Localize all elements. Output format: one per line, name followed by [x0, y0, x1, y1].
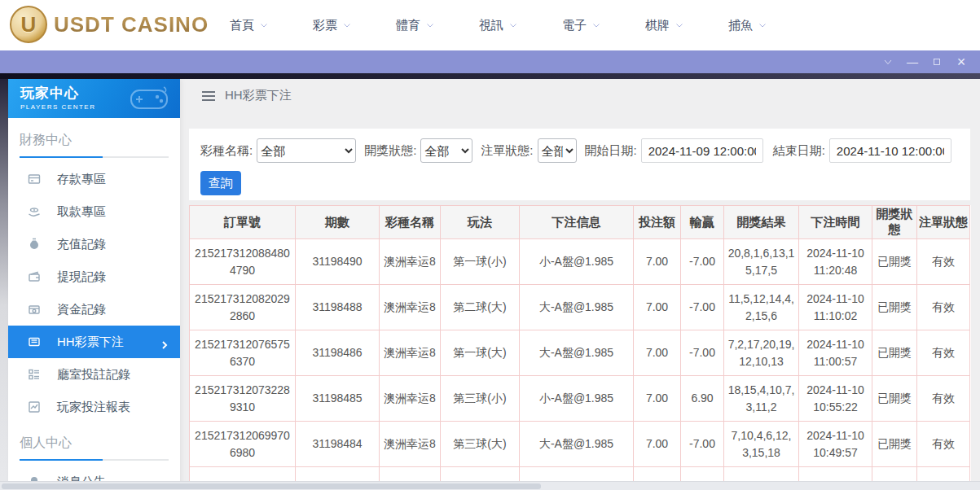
sidebar-item-recharge-record[interactable]: 充值記錄 — [8, 228, 180, 260]
sidebar-item-label: 玩家投注報表 — [57, 400, 130, 415]
table-cell: 有效 — [917, 285, 970, 330]
lottery-type-select[interactable]: 全部 — [257, 138, 356, 163]
sidebar-section-finance: 財務中心 — [8, 118, 180, 158]
col-win-loss: 輸贏 — [681, 206, 724, 239]
sidebar-section-personal: 個人中心 — [8, 423, 180, 461]
col-bet-info: 下注信息 — [520, 206, 634, 239]
table-cell — [724, 467, 799, 482]
sidebar-item-withdraw[interactable]: 取款專區 — [8, 195, 180, 228]
table-cell: 第一球(大) — [441, 330, 520, 376]
table-cell: 澳洲幸运8 — [380, 239, 441, 285]
maximize-button[interactable] — [925, 50, 949, 73]
deposit-card-icon — [28, 173, 41, 186]
col-bet-status: 注單狀態 — [917, 206, 970, 239]
sidebar-item-hh-lottery[interactable]: HH彩票下注 — [8, 326, 180, 358]
logo-coin-icon: U — [10, 6, 47, 43]
table-cell: 11,5,12,14,4,2,15,6 — [724, 285, 799, 330]
start-date-label: 開始日期: — [585, 143, 637, 159]
list-record-icon — [28, 368, 41, 381]
table-cell — [799, 467, 872, 482]
table-cell: 2024-11-10 11:20:48 — [799, 239, 872, 285]
decorative-left-strip — [0, 79, 8, 490]
table-cell — [681, 467, 724, 482]
bets-table: 訂單號 期數 彩種名稱 玩法 下注信息 投注額 輸贏 開獎結果 下注時間 開獎狀… — [189, 205, 970, 481]
table-row: 215217312088480479031198490澳洲幸运8第一球(小)小-… — [190, 239, 970, 285]
nav-item-home[interactable]: 首頁 — [230, 18, 269, 33]
logo-letter: U — [21, 12, 37, 37]
sidebar-header: 玩家中心 PLAYERS CENTER — [8, 79, 180, 118]
chevron-down-icon — [675, 20, 684, 30]
table-cell: 7,2,17,20,19,12,10,13 — [724, 330, 799, 376]
nav-item-fishing[interactable]: 捕魚 — [728, 18, 767, 33]
table-cell: 7.00 — [634, 239, 681, 285]
lottery-type-label: 彩種名稱: — [200, 143, 253, 159]
maximize-icon — [932, 57, 942, 67]
query-button[interactable]: 查詢 — [200, 171, 241, 195]
nav-item-label: 捕魚 — [728, 18, 753, 33]
sidebar-item-deposit[interactable]: 存款專區 — [8, 163, 180, 195]
table-cell: 已開獎 — [872, 330, 917, 376]
nav-item-lottery[interactable]: 彩票 — [313, 18, 352, 33]
nav-item-sports[interactable]: 體育 — [396, 18, 435, 33]
col-draw-status: 開獎狀態 — [872, 206, 917, 239]
chevron-down-icon — [591, 20, 601, 30]
chevron-down-icon — [259, 20, 269, 30]
table-cell: 2024-11-10 10:55:22 — [799, 376, 872, 422]
horizontal-scrollbar-thumb[interactable] — [2, 483, 541, 489]
table-cell: 已開獎 — [872, 376, 917, 422]
table-cell — [441, 467, 520, 482]
window-controls: — × — [876, 50, 973, 73]
breadcrumb: HH彩票下注 — [202, 88, 292, 103]
start-date-input[interactable] — [641, 138, 763, 163]
table-row: 215217312069970698031198484澳洲幸运8第三球(大)大-… — [190, 422, 970, 467]
col-play-type: 玩法 — [441, 206, 520, 239]
nav-item-label: 視訊 — [479, 18, 503, 33]
table-cell: 大-A盤@1.985 — [520, 422, 634, 467]
nav-item-label: 棋牌 — [645, 18, 670, 33]
nav-item-video[interactable]: 視訊 — [479, 18, 518, 33]
table-cell: 2024-11-10 10:49:57 — [799, 422, 872, 467]
table-cell: 2024-11-10 11:10:02 — [799, 285, 872, 330]
table-cell: 2152173120699706980 — [190, 422, 296, 467]
close-icon: × — [957, 54, 966, 71]
draw-status-select[interactable]: 全部 — [420, 138, 472, 163]
end-date-input[interactable] — [829, 138, 951, 163]
table-cell: 第三球(小) — [441, 376, 520, 422]
table-cell: 有效 — [917, 376, 970, 422]
table-cell: 澳洲幸运8 — [380, 285, 441, 330]
chevron-down-icon — [508, 20, 518, 30]
filter-panel: 彩種名稱: 全部 開獎狀態: 全部 注單狀態: 全部 開始日期: 結束日期: 查… — [189, 129, 970, 200]
chevron-down-icon — [342, 20, 352, 30]
sidebar-item-fund-record[interactable]: 資金記錄 — [8, 293, 180, 326]
table-cell: 2152173120884804790 — [190, 239, 296, 285]
close-button[interactable]: × — [949, 50, 973, 73]
chevron-down-icon — [758, 20, 767, 30]
bet-status-select[interactable]: 全部 — [538, 138, 577, 163]
table-row-partial — [190, 467, 970, 482]
sidebar-item-withdraw-record[interactable]: 提現記錄 — [8, 260, 180, 293]
table-cell: -7.00 — [681, 285, 724, 330]
section-divider — [20, 156, 169, 158]
sidebar-item-label: 取款專區 — [57, 204, 106, 220]
money-bag-icon — [28, 238, 41, 251]
nav-item-electronic[interactable]: 電子 — [562, 18, 601, 33]
wallet-out-icon — [28, 270, 41, 283]
table-cell: 31198488 — [296, 285, 380, 330]
minimize-button[interactable]: — — [900, 50, 925, 73]
nav-item-label: 首頁 — [230, 18, 254, 33]
window-titlebar: — × — [0, 50, 980, 73]
bet-status-label: 注單狀態: — [481, 143, 533, 159]
table-header-row: 訂單號 期數 彩種名稱 玩法 下注信息 投注額 輸贏 開獎結果 下注時間 開獎狀… — [190, 206, 970, 239]
report-chart-icon — [28, 400, 41, 413]
table-cell: 小-A盤@1.985 — [520, 239, 634, 285]
table-cell: 第三球(大) — [441, 422, 520, 467]
sidebar-item-label: HH彩票下注 — [57, 335, 124, 350]
sidebar-item-room-bet-record[interactable]: 廳室投註記錄 — [8, 358, 180, 391]
horizontal-scrollbar[interactable] — [0, 481, 980, 490]
section-title: 財務中心 — [20, 132, 169, 156]
sidebar-item-player-report[interactable]: 玩家投注報表 — [8, 391, 180, 423]
menu-toggle-icon[interactable] — [202, 91, 215, 101]
window-dropdown-button[interactable] — [876, 50, 900, 73]
table-cell: 澳洲幸运8 — [380, 376, 441, 422]
nav-item-chess[interactable]: 棋牌 — [645, 18, 684, 33]
